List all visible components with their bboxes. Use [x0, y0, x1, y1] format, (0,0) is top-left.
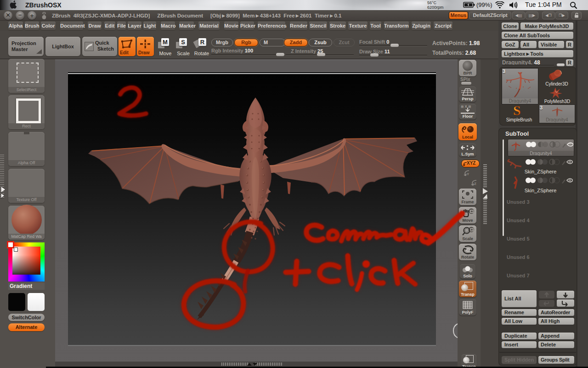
svg-text:Y: Y — [467, 172, 469, 176]
svg-text:Z: Z — [474, 182, 476, 186]
svg-text:S: S — [513, 104, 521, 117]
